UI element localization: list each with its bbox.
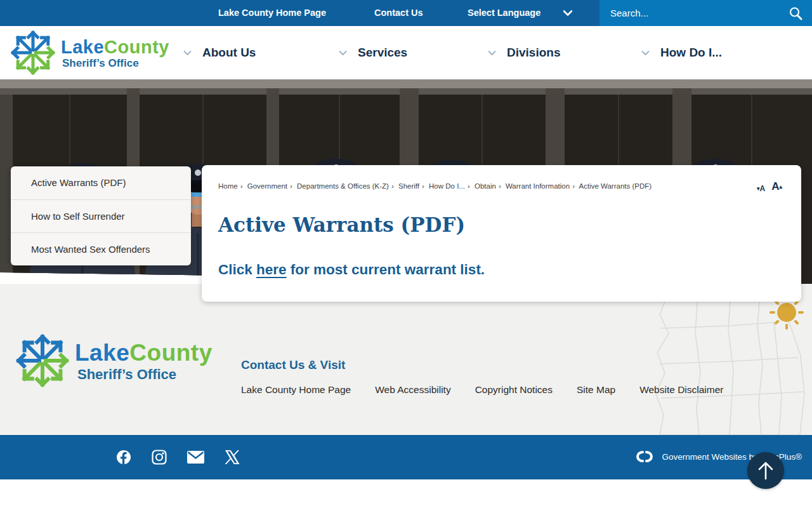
chevron-down-icon xyxy=(339,50,347,56)
footer-link-copyright[interactable]: Copyright Notices xyxy=(475,384,553,396)
font-size-controls: ▾A A▴ xyxy=(757,180,782,193)
search-icon xyxy=(788,6,803,21)
breadcrumb-government[interactable]: Government xyxy=(247,182,287,190)
topbar-home-link[interactable]: Lake County Home Page xyxy=(218,0,326,26)
footer-link-disclaimer[interactable]: Website Disclaimer xyxy=(639,384,723,396)
chevron-down-icon xyxy=(641,50,650,56)
footer-logo[interactable]: LakeCounty Sheriff’s Office xyxy=(15,333,213,388)
decrease-font-button[interactable]: ▾A xyxy=(757,184,765,193)
footer-link-home[interactable]: Lake County Home Page xyxy=(241,384,351,396)
language-selector-label: Select Language xyxy=(468,0,540,26)
increase-font-button[interactable]: A▴ xyxy=(771,180,782,193)
language-selector[interactable]: Select Language xyxy=(468,0,572,26)
nav-how-do-i[interactable]: How Do I... xyxy=(641,26,722,79)
header-logo[interactable]: LakeCounty Sheriff’s Office xyxy=(10,30,169,76)
bottom-bar: Government Websites by CivicPlus® xyxy=(0,435,812,479)
chevron-down-icon xyxy=(488,50,496,56)
warrant-list-link[interactable]: here xyxy=(256,262,287,277)
back-to-top-button[interactable] xyxy=(747,452,784,489)
arrow-up-icon xyxy=(757,461,774,480)
breadcrumb-obtain[interactable]: Obtain xyxy=(475,182,496,190)
page: LakeCounty Sheriff’s Office Contact Us &… xyxy=(0,0,812,508)
menu-item-active-warrants[interactable]: Active Warrants (PDF) xyxy=(11,166,191,199)
footer-link-accessibility[interactable]: Web Accessibility xyxy=(375,384,450,396)
search-bar xyxy=(599,0,812,26)
breadcrumb-warrant-information[interactable]: Warrant Information xyxy=(506,182,570,190)
footer: LakeCounty Sheriff’s Office Contact Us &… xyxy=(0,284,812,435)
nav-services[interactable]: Services xyxy=(339,26,407,79)
lake-county-logo-icon xyxy=(15,333,70,388)
top-utility-bar: Lake County Home Page Contact Us Select … xyxy=(0,0,812,26)
breadcrumb-active-warrants[interactable]: Active Warrants (PDF) xyxy=(579,182,652,190)
footer-links: Lake County Home Page Web Accessibility … xyxy=(241,384,724,396)
chevron-down-icon xyxy=(183,50,192,56)
left-page-menu: Active Warrants (PDF) How to Self Surren… xyxy=(11,166,191,265)
chevron-down-icon xyxy=(563,10,572,16)
menu-item-most-wanted[interactable]: Most Wanted Sex Offenders xyxy=(11,232,191,265)
lake-county-logo-icon xyxy=(10,30,56,76)
county-map-graphic xyxy=(622,289,812,438)
nav-about-us[interactable]: About Us xyxy=(183,26,256,79)
header-logo-tagline: Sheriff’s Office xyxy=(62,57,169,70)
footer-logo-tagline: Sheriff’s Office xyxy=(77,365,213,384)
site-header: LakeCounty Sheriff’s Office About Us Ser… xyxy=(0,26,812,79)
facebook-icon[interactable] xyxy=(116,450,131,465)
search-input[interactable] xyxy=(599,8,788,18)
header-logo-wordmark: LakeCounty xyxy=(61,37,169,57)
breadcrumb-sheriff[interactable]: Sheriff xyxy=(398,182,419,190)
page-title: Active Warrants (PDF) xyxy=(218,213,465,236)
breadcrumb-departments[interactable]: Departments & Offices (K-Z) xyxy=(297,182,389,190)
footer-contact-heading[interactable]: Contact Us & Visit xyxy=(241,358,345,372)
search-button[interactable] xyxy=(788,6,812,21)
civicplus-icon xyxy=(636,451,653,462)
breadcrumb-how-do-i[interactable]: How Do I... xyxy=(429,182,465,190)
footer-link-sitemap[interactable]: Site Map xyxy=(577,384,615,396)
warrant-list-line: Click here for most current warrant list… xyxy=(218,262,485,278)
email-icon[interactable] xyxy=(187,451,204,464)
topbar-contact-link[interactable]: Contact Us xyxy=(374,0,423,26)
social-links xyxy=(116,450,240,465)
breadcrumb-home[interactable]: Home xyxy=(218,182,238,190)
instagram-icon[interactable] xyxy=(152,450,167,465)
x-twitter-icon[interactable] xyxy=(225,450,240,465)
breadcrumb: Home› Government› Departments & Offices … xyxy=(218,182,745,190)
nav-divisions[interactable]: Divisions xyxy=(488,26,560,79)
content-card: Home› Government› Departments & Offices … xyxy=(202,165,801,302)
menu-item-self-surrender[interactable]: How to Self Surrender xyxy=(11,199,191,232)
footer-logo-wordmark: LakeCounty xyxy=(75,341,213,365)
